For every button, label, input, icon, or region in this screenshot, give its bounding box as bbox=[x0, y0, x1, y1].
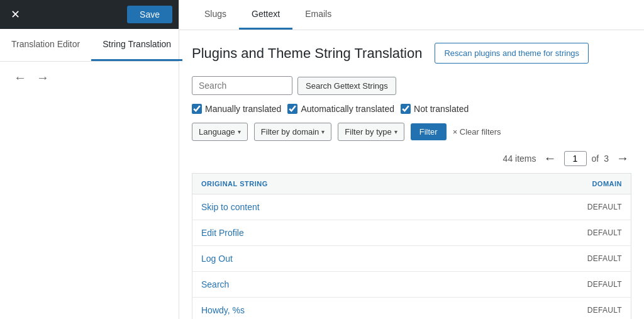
table-row: Howdy, %s DEFAULT bbox=[192, 298, 631, 320]
page-title: Plugins and Theme String Translation bbox=[192, 45, 422, 62]
string-cell: Edit Profile bbox=[192, 220, 556, 246]
prev-page-icon: ← bbox=[544, 151, 557, 165]
of-pages-label: of bbox=[592, 154, 599, 164]
string-link[interactable]: Search bbox=[201, 279, 229, 289]
string-cell: Skip to content bbox=[192, 194, 556, 220]
back-button[interactable]: ← bbox=[11, 69, 29, 86]
search-gettext-button[interactable]: Search Gettext Strings bbox=[297, 77, 396, 95]
forward-arrow-icon: → bbox=[36, 70, 49, 84]
automatically-translated-checkbox[interactable] bbox=[287, 104, 297, 114]
table-row: Search DEFAULT bbox=[192, 272, 631, 298]
domain-cell: DEFAULT bbox=[556, 246, 631, 272]
automatically-translated-label: Automatically translated bbox=[301, 104, 394, 114]
domain-cell: DEFAULT bbox=[556, 194, 631, 220]
main-content: Slugs Gettext Emails Plugins and Theme S… bbox=[179, 0, 644, 319]
save-button[interactable]: Save bbox=[127, 6, 172, 23]
back-arrow-icon: ← bbox=[14, 70, 26, 84]
top-tabs: Slugs Gettext Emails bbox=[179, 0, 644, 30]
table-row: Skip to content DEFAULT bbox=[192, 194, 631, 220]
forward-button[interactable]: → bbox=[34, 69, 52, 86]
tab-slugs[interactable]: Slugs bbox=[192, 0, 239, 30]
string-cell: Search bbox=[192, 272, 556, 298]
page-header: Plugins and Theme String Translation Res… bbox=[192, 43, 631, 64]
content-area: Plugins and Theme String Translation Res… bbox=[179, 30, 644, 319]
sidebar-top-bar: ✕ Save bbox=[0, 0, 179, 29]
manually-translated-checkbox[interactable] bbox=[192, 104, 202, 114]
sidebar-item-string-translation[interactable]: String Translation bbox=[91, 29, 182, 61]
dropdown-filter-row: Language ▾ Filter by domain ▾ Filter by … bbox=[192, 123, 631, 141]
string-link[interactable]: Skip to content bbox=[201, 202, 260, 212]
filter-by-domain-dropdown[interactable]: Filter by domain ▾ bbox=[254, 123, 331, 141]
page-number-input[interactable] bbox=[564, 151, 587, 166]
clear-filters-button[interactable]: × Clear filters bbox=[453, 127, 501, 137]
table-header-row: ORIGINAL STRING DOMAIN bbox=[192, 174, 631, 194]
search-row: Search Gettext Strings bbox=[192, 76, 631, 95]
table-row: Log Out DEFAULT bbox=[192, 246, 631, 272]
chevron-down-icon: ▾ bbox=[394, 128, 397, 135]
sidebar-actions: ← → bbox=[0, 62, 179, 94]
total-pages: 3 bbox=[604, 154, 609, 164]
rescan-button[interactable]: Rescan plugins and theme for strings bbox=[435, 43, 589, 64]
tab-gettext[interactable]: Gettext bbox=[239, 0, 292, 30]
filter-by-type-dropdown[interactable]: Filter by type ▾ bbox=[338, 123, 404, 141]
domain-column-header: DOMAIN bbox=[556, 174, 631, 194]
sidebar: ✕ Save Translation Editor String Transla… bbox=[0, 0, 179, 319]
pagination-row: 44 items ← of 3 → bbox=[192, 150, 631, 167]
close-icon: ✕ bbox=[11, 8, 20, 21]
domain-cell: DEFAULT bbox=[556, 272, 631, 298]
table-row: Edit Profile DEFAULT bbox=[192, 220, 631, 246]
sidebar-item-translation-editor[interactable]: Translation Editor bbox=[0, 29, 91, 61]
translation-table: ORIGINAL STRING DOMAIN Skip to content D… bbox=[192, 173, 631, 319]
language-dropdown[interactable]: Language ▾ bbox=[192, 123, 248, 141]
string-cell: Howdy, %s bbox=[192, 298, 556, 320]
manually-translated-label: Manually translated bbox=[205, 104, 281, 114]
string-link[interactable]: Edit Profile bbox=[201, 228, 244, 238]
items-count: 44 items bbox=[503, 154, 536, 164]
not-translated-filter[interactable]: Not translated bbox=[401, 104, 469, 114]
next-page-button[interactable]: → bbox=[614, 150, 631, 167]
string-link[interactable]: Howdy, %s bbox=[201, 305, 245, 315]
not-translated-checkbox[interactable] bbox=[401, 104, 411, 114]
close-button[interactable]: ✕ bbox=[6, 6, 24, 23]
chevron-down-icon: ▾ bbox=[238, 128, 241, 135]
filter-checkboxes-row: Manually translated Automatically transl… bbox=[192, 104, 631, 114]
language-dropdown-label: Language bbox=[199, 127, 235, 137]
chevron-down-icon: ▾ bbox=[321, 128, 325, 135]
string-link[interactable]: Log Out bbox=[201, 254, 233, 264]
nav-tabs: Translation Editor String Translation bbox=[0, 29, 179, 62]
tab-emails[interactable]: Emails bbox=[292, 0, 344, 30]
manually-translated-filter[interactable]: Manually translated bbox=[192, 104, 281, 114]
prev-page-button[interactable]: ← bbox=[541, 150, 559, 167]
original-string-column-header: ORIGINAL STRING bbox=[192, 174, 556, 194]
next-page-icon: → bbox=[616, 151, 629, 165]
filter-by-domain-label: Filter by domain bbox=[261, 127, 319, 137]
domain-cell: DEFAULT bbox=[556, 220, 631, 246]
filter-button[interactable]: Filter bbox=[411, 123, 447, 140]
domain-cell: DEFAULT bbox=[556, 298, 631, 320]
automatically-translated-filter[interactable]: Automatically translated bbox=[287, 104, 394, 114]
search-input[interactable] bbox=[192, 76, 292, 95]
string-cell: Log Out bbox=[192, 246, 556, 272]
filter-by-type-label: Filter by type bbox=[345, 127, 391, 137]
not-translated-label: Not translated bbox=[414, 104, 469, 114]
